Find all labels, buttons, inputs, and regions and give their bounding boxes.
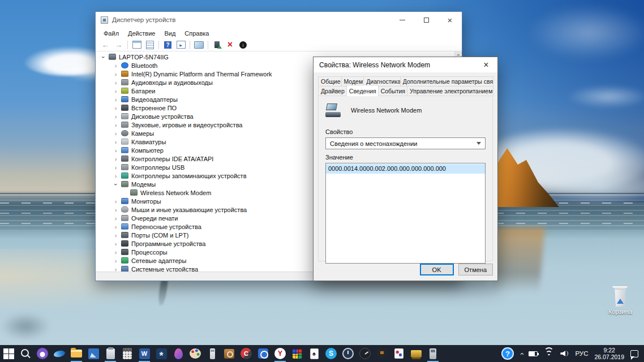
chevron-right-icon[interactable]: › bbox=[113, 96, 119, 103]
volume-icon[interactable] bbox=[560, 350, 569, 357]
browser-swoosh-icon[interactable] bbox=[51, 345, 68, 362]
help-icon[interactable] bbox=[162, 40, 173, 50]
chevron-down-icon[interactable]: › bbox=[100, 54, 107, 60]
speed-gauge-icon[interactable] bbox=[357, 345, 373, 362]
chevron-right-icon[interactable]: › bbox=[113, 266, 119, 272]
action-center-icon[interactable] bbox=[630, 350, 638, 357]
console-icon[interactable] bbox=[131, 40, 142, 50]
ccleaner-icon[interactable]: C bbox=[238, 345, 255, 362]
settings-app-icon[interactable] bbox=[153, 345, 170, 362]
chevron-right-icon[interactable]: › bbox=[113, 88, 119, 94]
help-icon[interactable]: ? bbox=[501, 347, 514, 360]
chevron-right-icon[interactable]: › bbox=[113, 223, 119, 230]
tank-game-icon[interactable] bbox=[373, 345, 390, 362]
window-title: Диспетчер устройств bbox=[112, 16, 175, 23]
chevron-right-icon[interactable]: › bbox=[113, 173, 119, 179]
tab-Управление электропитанием[interactable]: Управление электропитанием bbox=[407, 86, 493, 96]
chevron-right-icon[interactable]: › bbox=[113, 147, 119, 154]
solitaire-icon[interactable]: ♠ bbox=[306, 345, 323, 362]
notes-icon[interactable] bbox=[102, 345, 119, 362]
usb-flash-icon[interactable] bbox=[204, 345, 221, 362]
forward-icon[interactable] bbox=[113, 40, 124, 50]
tree-item-label: Программные устройства bbox=[131, 240, 209, 247]
chevron-right-icon[interactable]: › bbox=[113, 164, 119, 171]
dialog-title-bar[interactable]: Свойства: Wireless Network Modem × bbox=[314, 57, 497, 72]
minimize-button[interactable] bbox=[390, 12, 414, 28]
wifi-icon[interactable] bbox=[544, 350, 554, 357]
chevron-right-icon[interactable]: › bbox=[113, 79, 119, 86]
property-select[interactable]: Сведения о местонахождении bbox=[325, 137, 486, 149]
paint3d-icon[interactable] bbox=[170, 345, 187, 362]
menu-Файл[interactable]: Файл bbox=[99, 29, 123, 38]
dialog-buttons: OK Отмена bbox=[420, 264, 493, 275]
menu-Действие[interactable]: Действие bbox=[123, 29, 160, 38]
chevron-right-icon[interactable]: › bbox=[113, 105, 119, 111]
tab-Общие[interactable]: Общие bbox=[318, 76, 342, 87]
chevron-right-icon[interactable]: › bbox=[113, 156, 119, 162]
skype-icon[interactable]: S bbox=[323, 345, 340, 362]
ok-button[interactable]: OK bbox=[420, 264, 454, 275]
tab-Дополнительные параметры связи[interactable]: Дополнительные параметры связи bbox=[400, 76, 493, 87]
uninstall-icon[interactable] bbox=[225, 40, 235, 50]
dialog-close-icon[interactable]: × bbox=[475, 57, 497, 72]
rubiks-cube-icon[interactable] bbox=[289, 345, 306, 362]
timer-icon-glyph bbox=[258, 348, 268, 359]
back-icon[interactable] bbox=[100, 40, 111, 50]
battery-icon[interactable] bbox=[529, 351, 538, 356]
search-button[interactable] bbox=[17, 345, 34, 362]
chevron-right-icon[interactable]: › bbox=[113, 215, 119, 222]
card-game-icon[interactable] bbox=[390, 345, 407, 362]
tree-item-label: Wireless Network Modem bbox=[140, 189, 214, 196]
chevron-right-icon[interactable]: › bbox=[113, 232, 119, 239]
start-button[interactable] bbox=[0, 345, 17, 362]
maximize-button[interactable] bbox=[414, 12, 438, 28]
chevron-right-icon[interactable]: › bbox=[113, 71, 119, 77]
tree-item-label: Контроллеры IDE ATA/ATAPI bbox=[131, 156, 217, 162]
title-bar[interactable]: Диспетчер устройств × bbox=[96, 12, 462, 28]
hidden-icons-chevron-icon[interactable]: › bbox=[517, 352, 526, 355]
close-button[interactable]: × bbox=[438, 12, 462, 28]
usb-device-icon[interactable] bbox=[424, 345, 441, 362]
menu-Вид[interactable]: Вид bbox=[160, 29, 180, 38]
action-pane-icon[interactable] bbox=[175, 40, 186, 50]
scan-hardware-icon[interactable] bbox=[194, 40, 204, 50]
disable-icon[interactable] bbox=[238, 40, 248, 50]
chevron-right-icon[interactable]: › bbox=[113, 139, 119, 145]
safe-icon[interactable] bbox=[221, 345, 238, 362]
scroll-up-icon[interactable]: › bbox=[454, 54, 462, 57]
recycle-bin[interactable]: Корзина bbox=[601, 286, 639, 315]
chevron-right-icon[interactable]: › bbox=[113, 62, 119, 69]
chevron-right-icon[interactable]: › bbox=[113, 206, 119, 213]
chevron-right-icon[interactable]: › bbox=[113, 198, 119, 205]
monitor-icon bbox=[121, 198, 128, 204]
word-icon[interactable]: W bbox=[136, 345, 153, 362]
clock-app-icon[interactable] bbox=[340, 345, 357, 362]
chevron-right-icon[interactable]: › bbox=[113, 122, 119, 128]
tab-События[interactable]: События bbox=[378, 86, 407, 96]
file-explorer-icon[interactable] bbox=[68, 345, 85, 362]
clock[interactable]: 9:22 26.07.2019 bbox=[594, 347, 624, 360]
cancel-button[interactable]: Отмена bbox=[458, 264, 493, 275]
chevron-right-icon[interactable]: › bbox=[113, 257, 119, 264]
chevron-right-icon[interactable]: › bbox=[113, 130, 119, 137]
chevron-right-icon[interactable]: › bbox=[113, 249, 119, 256]
photos-icon[interactable] bbox=[85, 345, 102, 362]
language-indicator[interactable]: РУС bbox=[575, 350, 588, 357]
tab-Драйвер[interactable]: Драйвер bbox=[318, 86, 347, 96]
chevron-right-icon[interactable]: › bbox=[113, 240, 119, 247]
chevron-right-icon[interactable]: › bbox=[113, 113, 119, 120]
gold-game-icon[interactable] bbox=[407, 345, 424, 362]
value-item-selected[interactable]: 0000.0014.0000.002.000.000.000.000.000 bbox=[326, 164, 485, 174]
paint3d-icon-glyph bbox=[174, 348, 183, 359]
yandex-browser-icon[interactable]: Y bbox=[272, 345, 289, 362]
chevron-down-icon[interactable]: › bbox=[113, 181, 119, 187]
value-listbox[interactable]: 0000.0014.0000.002.000.000.000.000.000 bbox=[325, 163, 486, 264]
cortana-icon[interactable] bbox=[34, 345, 51, 362]
calculator-icon[interactable] bbox=[119, 345, 136, 362]
tab-Сведения[interactable]: Сведения bbox=[346, 85, 379, 96]
properties-icon[interactable] bbox=[144, 40, 155, 50]
update-driver-icon[interactable] bbox=[212, 40, 222, 50]
palette-icon[interactable] bbox=[187, 345, 204, 362]
menu-Справка[interactable]: Справка bbox=[180, 29, 213, 38]
timer-icon[interactable] bbox=[255, 345, 272, 362]
